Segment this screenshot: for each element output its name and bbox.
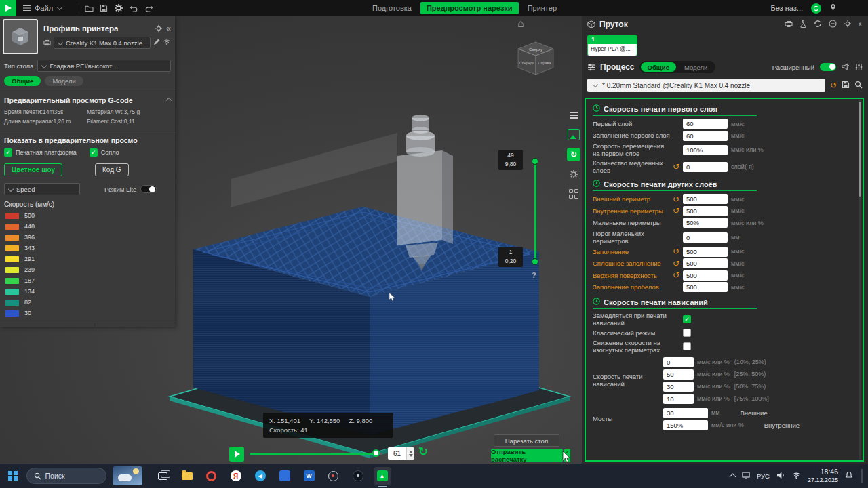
profile-reset-icon[interactable]: ↺	[830, 81, 837, 89]
section-header[interactable]: Скорость печати первого слоя	[593, 102, 757, 116]
apps-grid-icon[interactable]	[567, 187, 580, 201]
settings-gear-icon[interactable]	[111, 1, 126, 15]
telegram-icon[interactable]: ◀	[252, 467, 269, 485]
tray-overflow-icon[interactable]	[729, 474, 736, 481]
layer-list-icon[interactable]	[567, 108, 580, 122]
frame-number-input[interactable]	[388, 447, 406, 460]
reset-icon[interactable]: ↺	[673, 259, 679, 268]
bridge-input[interactable]	[663, 408, 708, 418]
filament-settings-gear-icon[interactable]	[844, 20, 852, 29]
gcode-preview-title[interactable]: Предварительный просмотр G-code	[4, 96, 171, 104]
reset-icon[interactable]: ↺	[673, 162, 679, 171]
science-app-icon[interactable]	[325, 467, 342, 485]
office-app-icon[interactable]: W	[300, 467, 318, 485]
volume-icon[interactable]	[776, 470, 785, 482]
refresh-icon[interactable]	[814, 20, 822, 29]
setting-input[interactable]	[683, 232, 728, 243]
send-print-button[interactable]: Отправить распечатку	[491, 449, 563, 462]
bridge-input[interactable]	[663, 420, 708, 430]
plate-type-select[interactable]: Гладкая PEI/высокот...	[37, 60, 171, 72]
setting-input[interactable]	[683, 206, 728, 216]
filament-slot[interactable]: 1 Hyper PLA @...	[587, 35, 637, 56]
weather-widget[interactable]	[113, 466, 142, 485]
profile-gear-icon[interactable]	[151, 22, 166, 35]
setting-input[interactable]	[683, 162, 728, 172]
tab-models[interactable]: Модели	[45, 76, 83, 86]
stepper-down-icon[interactable]	[409, 454, 413, 457]
slice-plate-button[interactable]: Нарезать стол	[494, 434, 559, 447]
wifi-icon[interactable]	[163, 39, 171, 47]
overhang-speed-input[interactable]	[663, 369, 694, 380]
setting-input[interactable]	[683, 194, 728, 204]
setting-checkbox[interactable]	[683, 342, 691, 350]
keyboard-language[interactable]: РУС	[757, 472, 770, 480]
setting-input[interactable]	[683, 119, 728, 129]
layer-slider-top-handle[interactable]	[532, 158, 538, 165]
reset-icon[interactable]: ↺	[673, 247, 679, 256]
pin-icon[interactable]	[829, 3, 837, 14]
tab-printer[interactable]: Принтер	[521, 2, 563, 14]
creality-print-icon[interactable]: ▲	[374, 467, 391, 485]
view-cube[interactable]: Сверху Спереди Справа	[518, 42, 553, 75]
section-header[interactable]: Скорость печати нависаний	[593, 296, 757, 309]
play-button[interactable]	[229, 447, 244, 462]
reset-icon[interactable]: ↺	[673, 270, 679, 280]
loop-playback-icon[interactable]: ↻	[418, 445, 428, 459]
edit-pencil-icon[interactable]	[153, 39, 160, 47]
process-tab-general[interactable]: Общие	[641, 62, 676, 72]
file-menu[interactable]: Файл	[16, 4, 73, 12]
notification-bell-icon[interactable]	[845, 470, 853, 482]
start-button[interactable]	[8, 471, 18, 481]
gcode-button[interactable]: Код G	[95, 163, 129, 176]
printer-thumbnail[interactable]	[3, 19, 38, 54]
flask-icon[interactable]	[800, 20, 807, 29]
browser-ring-icon[interactable]	[203, 467, 220, 485]
color-show-button[interactable]: Цветное шоу	[4, 163, 62, 176]
profile-search-icon[interactable]	[854, 81, 863, 90]
layer-slider-bottom-handle[interactable]	[532, 258, 538, 265]
stepper-up-icon[interactable]	[409, 451, 413, 453]
advanced-toggle[interactable]	[820, 63, 836, 71]
profile-save-icon[interactable]	[842, 81, 850, 90]
settings-scroll-area[interactable]: Скорость печати первого слояПервый слойм…	[586, 99, 863, 460]
tune-filter-icon[interactable]	[855, 63, 863, 72]
mail-app-icon[interactable]	[276, 467, 294, 485]
color-mode-select[interactable]: Speed	[4, 183, 80, 195]
file-explorer-icon[interactable]	[178, 467, 196, 485]
tray-monitor-icon[interactable]	[742, 470, 750, 482]
yandex-browser-icon[interactable]: Я	[227, 467, 245, 485]
tab-preview[interactable]: Предпросмотр нарезки	[420, 2, 519, 14]
setting-input[interactable]	[683, 282, 728, 292]
timeline-slider[interactable]	[250, 453, 382, 455]
setting-checkbox[interactable]	[683, 329, 691, 337]
setting-input[interactable]	[683, 145, 728, 155]
wifi-icon[interactable]	[792, 470, 801, 482]
setting-input[interactable]	[683, 258, 728, 268]
undo-icon[interactable]	[126, 1, 141, 15]
profile-select[interactable]: * 0.20mm Standard @Creality K1 Max 0.4 n…	[587, 79, 825, 92]
overhang-speed-input[interactable]	[663, 394, 694, 404]
collapse-panel-icon[interactable]: «	[166, 24, 171, 33]
open-folder-icon[interactable]	[81, 1, 96, 15]
process-tab-models[interactable]: Модели	[677, 62, 714, 72]
platform-checkbox[interactable]: ✓	[4, 148, 12, 157]
tab-prepare[interactable]: Подготовка	[366, 2, 418, 14]
printer-device-icon[interactable]	[785, 20, 793, 29]
frame-stepper[interactable]	[406, 447, 414, 460]
settings-scrollbar-thumb[interactable]	[859, 102, 861, 197]
game-app-icon[interactable]	[349, 467, 367, 485]
lite-mode-toggle[interactable]	[140, 185, 157, 193]
reset-icon[interactable]: ↺	[673, 195, 679, 204]
reset-icon[interactable]: ↺	[673, 206, 679, 216]
tab-general[interactable]: Общие	[4, 76, 41, 86]
megaphone-icon[interactable]	[842, 63, 850, 72]
layer-range-slider[interactable]	[534, 161, 536, 262]
setting-checkbox[interactable]: ✓	[683, 315, 691, 323]
redo-icon[interactable]	[141, 1, 156, 15]
task-view-icon[interactable]	[154, 467, 172, 485]
remove-filament-icon[interactable]	[829, 20, 837, 29]
setting-input[interactable]	[683, 247, 728, 257]
settings-gear-icon[interactable]	[567, 167, 580, 181]
show-desktop-strip[interactable]	[861, 469, 863, 483]
section-header[interactable]: Скорость печати других слоёв	[593, 178, 757, 191]
